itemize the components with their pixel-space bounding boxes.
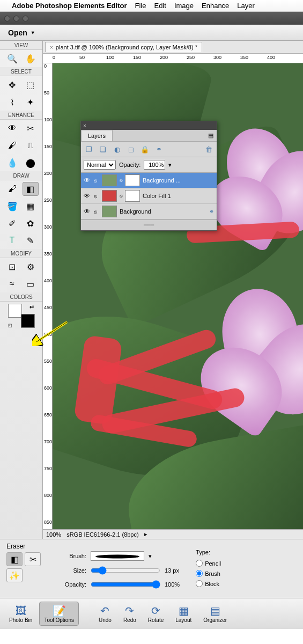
eraser-mode-eraser[interactable]: ◧ — [6, 552, 23, 566]
minimize-window-button[interactable] — [13, 16, 19, 21]
menu-edit[interactable]: Edit — [154, 2, 166, 10]
content-aware-tool[interactable]: ≈ — [4, 277, 20, 291]
close-tab-icon[interactable]: × — [50, 45, 53, 50]
bottom-bar: 🖼Photo Bin 📝Tool Options ↶Undo ↷Redo ⟳Ro… — [0, 598, 303, 629]
crop-tool[interactable]: ⊡ — [4, 260, 20, 274]
organizer-button[interactable]: ▤Organizer — [198, 602, 232, 626]
link-icon[interactable]: ⎋ — [94, 193, 99, 199]
new-layer-icon[interactable]: ❐ — [84, 144, 94, 154]
mask-link-icon[interactable]: ⎋ — [120, 193, 122, 199]
move-tool[interactable]: ✥ — [4, 78, 20, 92]
lasso-tool[interactable]: ⌇ — [4, 95, 20, 109]
open-dropdown-caret[interactable]: ▼ — [31, 30, 35, 35]
zoom-level[interactable]: 100% — [46, 531, 61, 538]
opacity-dropdown-icon[interactable]: ▾ — [168, 162, 172, 169]
layer-thumbnail[interactable] — [102, 206, 117, 217]
tool-options-panel: Eraser ◧ ✂ ✨ Brush: ▾ Size: 13 px Opacit… — [0, 539, 303, 598]
shape-tool[interactable]: ✿ — [23, 216, 39, 230]
layer-name[interactable]: Color Fill 1 — [143, 193, 214, 199]
swap-colors-icon[interactable]: ⇄ — [29, 304, 34, 310]
sponge-tool[interactable]: ⬤ — [23, 156, 39, 170]
layout-button[interactable]: ▦Layout — [171, 602, 196, 626]
brush-tool[interactable]: 🖌 — [4, 182, 20, 196]
background-color[interactable] — [21, 314, 35, 328]
color-profile[interactable]: sRGB IEC61966-2.1 (8bpc) — [66, 531, 139, 538]
layer-fx-icon[interactable]: ⚭ — [209, 208, 214, 215]
opacity-slider[interactable] — [91, 580, 160, 589]
smart-brush-tool[interactable]: 🖌 — [4, 138, 20, 152]
layer-row[interactable]: 👁 ⎋ ⎋ Color Fill 1 — [81, 188, 217, 204]
mask-thumbnail[interactable] — [125, 174, 140, 186]
menu-layer[interactable]: Layer — [237, 2, 255, 10]
redeye-tool[interactable]: 👁 — [4, 121, 20, 135]
layer-name[interactable]: Background ... — [143, 177, 214, 184]
mask-link-icon[interactable]: ⎋ — [120, 178, 122, 183]
spot-heal-tool[interactable]: ✂ — [23, 121, 39, 135]
visibility-icon[interactable]: 👁 — [84, 192, 91, 200]
eraser-mode-magic[interactable]: ✨ — [6, 568, 23, 582]
tool-options-button[interactable]: 📝Tool Options — [39, 602, 79, 626]
layer-name[interactable]: Background — [120, 208, 206, 215]
photo-bin-button[interactable]: 🖼Photo Bin — [4, 602, 37, 626]
marquee-tool[interactable]: ⬚ — [23, 78, 39, 92]
straighten-tool[interactable]: ▭ — [23, 277, 39, 291]
hand-tool[interactable]: ✋ — [23, 52, 39, 65]
blend-mode-select[interactable]: Normal — [84, 160, 116, 170]
quick-select-tool[interactable]: ✦ — [23, 95, 39, 109]
paint-bucket-tool[interactable]: 🪣 — [4, 199, 20, 213]
opacity-input[interactable] — [144, 160, 165, 170]
gradient-tool[interactable]: ▦ — [23, 199, 39, 213]
visibility-icon[interactable]: 👁 — [84, 208, 91, 215]
mask-thumbnail[interactable] — [125, 190, 140, 202]
status-arrow-icon[interactable]: ▸ — [144, 531, 147, 538]
type-label: Type: — [196, 549, 221, 555]
eraser-tool[interactable]: ◧ — [23, 182, 39, 196]
layer-mask-icon[interactable]: ◻ — [125, 144, 136, 154]
type-block-radio[interactable] — [196, 580, 203, 587]
brush-dropdown-icon[interactable]: ▾ — [149, 553, 152, 560]
panel-menu-icon[interactable]: ▤ — [205, 130, 217, 141]
foreground-color[interactable] — [8, 304, 22, 318]
layers-panel-titlebar[interactable]: × — [81, 121, 217, 130]
default-colors-icon[interactable]: ◰ — [8, 323, 12, 328]
delete-layer-icon[interactable]: 🗑 — [203, 144, 214, 154]
undo-button[interactable]: ↶Undo — [94, 602, 116, 626]
layers-panel[interactable]: × Layers ▤ ❐ ❏ ◐ ◻ 🔒 ⚭ 🗑 Normal Opacity:… — [80, 121, 217, 231]
link-layers-icon[interactable]: ⚭ — [153, 144, 164, 154]
panel-resize-handle[interactable]: ═══ — [81, 219, 217, 230]
redo-button[interactable]: ↷Redo — [119, 602, 141, 626]
clone-stamp-tool[interactable]: ⎍ — [23, 138, 39, 152]
layer-thumbnail[interactable] — [102, 190, 117, 202]
link-icon[interactable]: ⎋ — [94, 209, 99, 215]
layer-row[interactable]: 👁 ⎋ ⎋ Background ... — [81, 173, 217, 188]
layer-row[interactable]: 👁 ⎋ Background ⚭ — [81, 204, 217, 219]
new-group-icon[interactable]: ❏ — [98, 144, 108, 154]
layers-tab[interactable]: Layers — [81, 130, 113, 141]
menu-enhance[interactable]: Enhance — [202, 2, 229, 10]
eraser-mode-background[interactable]: ✂ — [25, 552, 41, 566]
rotate-button[interactable]: ⟳Rotate — [143, 602, 168, 626]
type-brush-radio[interactable] — [196, 570, 203, 577]
recompose-tool[interactable]: ⚙ — [23, 260, 39, 274]
blur-tool[interactable]: 💧 — [4, 156, 20, 170]
pencil-tool[interactable]: ✎ — [23, 233, 39, 247]
menu-file[interactable]: File — [135, 2, 146, 10]
app-name[interactable]: Adobe Photoshop Elements Editor — [12, 2, 127, 10]
zoom-tool[interactable]: 🔍 — [4, 52, 20, 65]
eyedropper-tool[interactable]: ✐ — [4, 216, 20, 230]
adjustment-layer-icon[interactable]: ◐ — [112, 144, 122, 154]
size-slider[interactable] — [91, 566, 160, 575]
brush-preview[interactable] — [91, 551, 144, 561]
layer-thumbnail[interactable] — [102, 174, 117, 186]
visibility-icon[interactable]: 👁 — [84, 177, 91, 184]
link-icon[interactable]: ⎋ — [94, 178, 99, 184]
type-tool[interactable]: T — [4, 233, 20, 247]
document-tab[interactable]: × plant 3.tif @ 100% (Background copy, L… — [45, 42, 202, 52]
zoom-window-button[interactable] — [23, 16, 28, 21]
type-pencil-radio[interactable] — [196, 560, 203, 567]
menu-image[interactable]: Image — [174, 2, 194, 10]
lock-layer-icon[interactable]: 🔒 — [139, 144, 150, 154]
close-panel-icon[interactable]: × — [83, 123, 86, 129]
close-window-button[interactable] — [4, 16, 10, 21]
open-button[interactable]: Open — [8, 28, 27, 37]
